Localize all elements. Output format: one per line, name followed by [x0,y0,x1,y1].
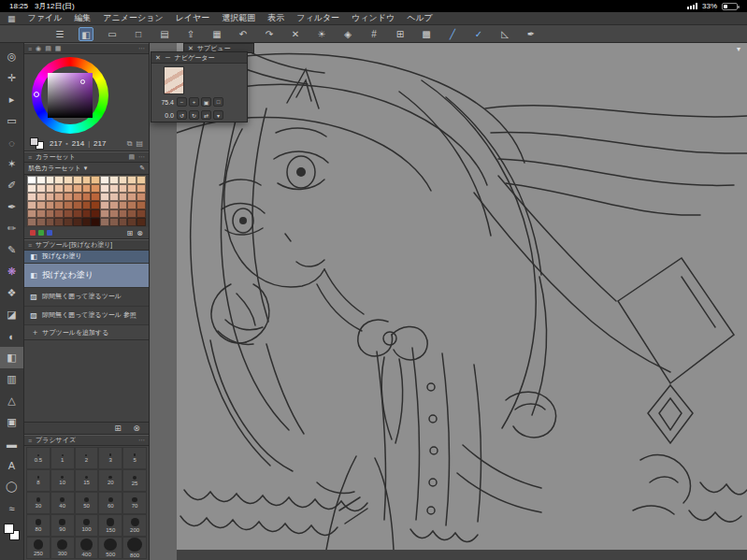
color-swatch[interactable] [64,218,73,226]
brush-size-cell[interactable]: 300 [50,537,75,559]
pen-tool[interactable]: ✒ [0,196,23,218]
menu-item-1[interactable]: 編集 [74,12,91,24]
color-set-view-icon[interactable]: ▤ [128,153,135,161]
color-swatch[interactable] [119,193,128,201]
color-swatch[interactable] [109,201,119,209]
brush-size-cell[interactable]: 2 [75,447,99,469]
color-swatch[interactable] [54,193,64,201]
color-swatch[interactable] [46,176,55,184]
brush-size-cell[interactable]: 80 [26,514,50,537]
actual-size-icon[interactable]: □ [213,97,223,107]
folder-icon[interactable]: ▤ [157,27,172,41]
color-swatch[interactable] [27,176,36,184]
color-swatch[interactable] [82,209,92,218]
eraser-tool[interactable]: ◪ [0,304,23,325]
current-color-chips[interactable] [30,137,46,151]
color-set-menu-icon[interactable]: ⋯ [138,153,145,161]
color-swatch[interactable] [136,209,146,218]
color-swatch[interactable] [54,218,64,226]
color-swatch[interactable] [27,218,36,226]
color-swatch[interactable] [64,201,73,209]
color-swatch[interactable] [54,201,64,209]
color-swatch[interactable] [91,176,100,184]
vector-snap-icon[interactable]: ✓ [471,27,486,41]
subtool-item-0[interactable]: ◧投げなわ塗り [24,251,149,264]
color-dot[interactable] [30,230,36,236]
color-swatch[interactable] [119,218,128,226]
fit-screen-icon[interactable]: ▣ [201,97,211,107]
color-swatch[interactable] [54,209,64,218]
color-swatch[interactable] [82,184,92,193]
color-swatch[interactable] [73,193,82,201]
export-icon[interactable]: ⇪ [183,27,198,41]
color-swatch[interactable] [119,176,128,184]
brush-tool[interactable]: ✎ [0,239,23,261]
zoom-in-icon[interactable]: + [189,97,199,107]
rotate-left-icon[interactable]: ↺ [177,110,187,120]
color-swatch[interactable] [27,184,36,193]
brush-size-cell[interactable]: 100 [75,514,99,537]
color-swatch[interactable] [36,176,46,184]
frame-tool[interactable]: ▣ [0,411,23,433]
color-swatch[interactable] [46,184,55,193]
drag-handle-icon[interactable]: ≡ [28,154,32,161]
color-swatch[interactable] [73,184,82,193]
color-swatch[interactable] [73,209,82,218]
color-swatch[interactable] [91,184,100,193]
decoration-tool[interactable]: ❖ [0,282,23,304]
brush-size-cell[interactable]: 1 [50,447,75,469]
pencil-tool[interactable]: ✏ [0,218,23,239]
brush-size-cell[interactable]: 10 [50,469,75,492]
panel-collapse-icon[interactable]: ▾ [737,45,740,53]
correction-tool[interactable]: ≈ [0,497,23,519]
sv-marker[interactable] [80,79,85,84]
color-panel-tab-1[interactable]: ▤ [45,45,51,52]
color-swatch[interactable] [36,193,46,201]
brush-size-cell[interactable]: 60 [98,492,122,514]
brush-size-cell[interactable]: 15 [75,469,99,492]
color-swatch[interactable] [27,209,36,218]
snap-special-ruler-icon[interactable]: ◈ [340,27,355,41]
brush-size-cell[interactable]: 800 [122,537,147,559]
brush-size-cell[interactable]: 250 [26,537,50,559]
brush-size-cell[interactable]: 50 [75,492,99,514]
navigator-thumbnail[interactable] [164,66,184,94]
menu-item-2[interactable]: アニメーション [103,12,163,24]
color-swatch[interactable] [100,201,109,209]
brush-size-cell[interactable]: 150 [98,514,122,537]
color-set-preset-row[interactable]: 肌色カラーセット ▾ ✎ [24,163,149,175]
operation-tool[interactable]: ▸ [0,89,23,110]
menu-item-3[interactable]: レイヤー [176,12,210,24]
canvas-artwork[interactable] [177,43,747,550]
copy-color-icon[interactable]: ⧉ [127,139,133,149]
brightness-icon[interactable]: ☀ [314,27,329,41]
new-subtool-icon[interactable]: ⊞ [112,424,123,433]
main-sub-color-chips[interactable] [4,524,21,541]
brush-size-cell[interactable]: 40 [50,492,75,514]
color-swatch[interactable] [27,201,36,209]
color-swatch[interactable] [100,209,109,218]
color-swatch[interactable] [127,184,136,193]
color-swatch[interactable] [36,184,46,193]
smooth-line-icon[interactable]: ╱ [445,27,460,41]
color-swatch[interactable] [100,184,109,193]
subtool-item-2[interactable]: ▨隙間無く囲って塗るツール [24,288,149,307]
color-swatch[interactable] [91,193,100,201]
main-color-swatch[interactable] [30,137,38,146]
undo-icon[interactable]: ↶ [236,27,251,41]
hue-marker[interactable] [34,92,39,97]
color-panel-tab-0[interactable]: ◉ [36,45,41,52]
menu-item-5[interactable]: 表示 [267,12,284,24]
color-history-icon[interactable]: ▤ [136,139,143,148]
zoom-out-icon[interactable]: − [177,97,187,107]
canvas-area[interactable]: ▾ ✕ サブビュー ✕ ─ ナビゲーター 75.4 −+▣□ 0.0 ↺↻⇄▾ [150,43,747,560]
color-swatch[interactable] [91,218,100,226]
lasso-tool[interactable]: ◌ [0,132,23,153]
app-logo-icon[interactable]: ▦ [7,14,16,23]
main-menu-icon[interactable]: ☰ [52,27,67,41]
color-swatch[interactable] [46,193,55,201]
deselect-icon[interactable]: ✕ [288,27,303,41]
drag-handle-icon[interactable]: ≡ [28,46,32,52]
rotate-right-icon[interactable]: ↻ [189,110,199,120]
close-icon[interactable]: ✕ [155,54,161,62]
